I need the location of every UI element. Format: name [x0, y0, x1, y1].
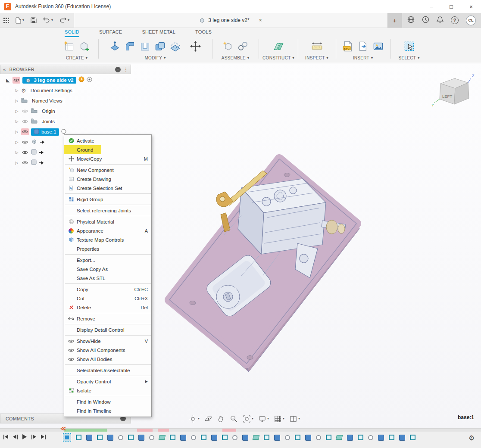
menu-item-activate[interactable]: Activate	[64, 136, 151, 145]
group-label-insert[interactable]: INSERT▾	[353, 56, 373, 62]
tab-close-icon[interactable]: ×	[259, 17, 262, 23]
timeline-feature-plane-icon[interactable]	[336, 435, 343, 440]
expand-arrow-icon[interactable]: ▷	[15, 140, 19, 144]
document-tab[interactable]: 3 leg one side v2* ×	[74, 13, 388, 28]
timeline-marker-icon[interactable]: ≪	[60, 425, 66, 432]
timeline-go-end-button[interactable]	[41, 435, 46, 439]
timeline-feature-sketch-icon[interactable]	[326, 435, 331, 440]
save-button[interactable]	[31, 17, 37, 23]
group-label-modify[interactable]: MODIFY▾	[144, 56, 166, 62]
expand-arrow-icon[interactable]: ▷	[15, 161, 19, 165]
grid-settings-button[interactable]: ▾	[274, 415, 284, 423]
menu-item-ground[interactable]: Ground	[64, 145, 151, 154]
construction-plane-icon[interactable]	[272, 40, 285, 53]
timeline-feature-extrude-icon[interactable]	[399, 435, 405, 441]
visibility-eye-icon[interactable]	[12, 77, 20, 84]
timeline-feature-extrude-icon[interactable]	[378, 435, 384, 441]
timeline-feature-extrude-icon[interactable]	[347, 435, 353, 441]
visibility-eye-icon[interactable]	[21, 159, 29, 166]
app-grid-icon[interactable]	[3, 18, 9, 23]
minimize-button[interactable]: –	[422, 0, 441, 13]
visibility-eye-icon[interactable]	[21, 118, 29, 125]
menu-item-find-in-window[interactable]: Find in Window	[64, 397, 151, 406]
group-label-select[interactable]: SELECT▾	[398, 56, 419, 62]
panel-minimize-icon[interactable]: −	[115, 67, 121, 72]
viewports-button[interactable]: ▾	[289, 415, 300, 423]
menu-item-export[interactable]: Export...	[64, 255, 151, 264]
timeline-feature-extrude-icon[interactable]	[242, 435, 248, 441]
browser-root-item[interactable]: ◣ 3 leg one side v2	[0, 75, 132, 85]
menu-item-physical-material[interactable]: Physical Material	[64, 217, 151, 226]
group-label-create[interactable]: CREATE▾	[66, 56, 87, 62]
new-component-icon[interactable]	[222, 40, 234, 53]
visibility-eye-icon[interactable]	[21, 149, 29, 156]
combine-icon[interactable]	[154, 40, 167, 53]
insert-derive-icon[interactable]	[356, 40, 369, 53]
expand-arrow-icon[interactable]: ▷	[15, 130, 19, 134]
browser-grip-icon[interactable]: ◣	[6, 78, 9, 83]
menu-item-display-detail-control[interactable]: Display Detail Control	[64, 325, 151, 334]
group-label-construct[interactable]: CONSTRUCT▾	[262, 56, 294, 62]
timeline-feature-sketch-icon[interactable]	[389, 435, 394, 440]
collapse-panel-icon[interactable]: «	[3, 67, 6, 72]
timeline-scroll-segment[interactable]	[222, 429, 236, 432]
browser-item-named-views[interactable]: ▷Named Views	[0, 96, 132, 106]
tab-solid[interactable]: SOLID	[65, 29, 79, 37]
tab-surface[interactable]: SURFACE	[99, 29, 122, 37]
timeline-scroll-segment[interactable]	[64, 429, 107, 432]
menu-item-remove[interactable]: Remove	[64, 314, 151, 323]
menu-item-new-component[interactable]: New Component	[64, 165, 151, 174]
menu-item-save-copy-as[interactable]: Save Copy As	[64, 264, 151, 274]
timeline-feature-extrude-icon[interactable]	[138, 435, 144, 441]
timeline-scroll-segment[interactable]	[158, 429, 169, 432]
timeline-go-start-button[interactable]	[3, 435, 8, 439]
look-at-button[interactable]	[204, 415, 212, 423]
timeline-step-back-button[interactable]	[13, 435, 18, 439]
timeline-feature-sketch-icon[interactable]	[222, 435, 228, 440]
create-sketch-icon[interactable]	[63, 40, 76, 53]
expand-arrow-icon[interactable]: ▷	[15, 119, 19, 124]
job-status-clock-icon[interactable]	[422, 16, 429, 25]
visibility-eye-icon[interactable]	[21, 108, 29, 115]
zoom-button[interactable]	[230, 415, 238, 423]
timeline-feature-circle-icon[interactable]	[232, 435, 237, 440]
menu-item-copy[interactable]: CopyCtrl+C	[64, 285, 151, 294]
timeline-feature-plane-icon[interactable]	[159, 435, 166, 440]
offset-face-icon[interactable]	[169, 40, 182, 53]
help-icon[interactable]: ?	[451, 16, 459, 24]
timeline-feature-extrude-icon[interactable]	[274, 435, 280, 441]
menu-item-texture-map-controls[interactable]: Texture Map Controls	[64, 235, 151, 244]
browser-item-selection[interactable]: base:1	[31, 128, 59, 136]
create-form-icon[interactable]	[78, 40, 91, 53]
menu-item-selectable-unselectable[interactable]: Selectable/Unselectable	[64, 366, 151, 375]
browser-item-joints[interactable]: ▷Joints	[0, 116, 132, 127]
timeline-feature-plane-icon[interactable]	[253, 435, 259, 440]
timeline-feature-extrude-icon[interactable]	[86, 435, 92, 441]
timeline-feature-circle-icon[interactable]	[149, 435, 154, 440]
user-avatar[interactable]: CL	[466, 16, 476, 25]
group-label-inspect[interactable]: INSPECT▾	[305, 56, 328, 62]
timeline-step-forward-button[interactable]	[31, 435, 36, 439]
timeline-feature-circle-icon[interactable]	[316, 435, 321, 440]
visibility-eye-icon[interactable]	[21, 139, 29, 146]
timeline-feature-sketch-icon[interactable]	[358, 435, 363, 440]
timeline-feature-circle-icon[interactable]	[368, 435, 373, 440]
redo-button[interactable]: ▾	[59, 17, 69, 23]
timeline-feature-sel-icon[interactable]	[63, 433, 71, 442]
insert-canvas-icon[interactable]	[372, 40, 384, 53]
timeline-feature-sketch-icon[interactable]	[410, 435, 415, 440]
timeline-feature-extrude-icon[interactable]	[180, 435, 186, 441]
timeline-feature-sketch-icon[interactable]	[128, 435, 134, 440]
timeline-feature-circle-icon[interactable]	[285, 435, 290, 440]
maximize-button[interactable]: □	[441, 0, 461, 13]
timeline-feature-sketch-icon[interactable]	[264, 435, 269, 440]
menu-item-opacity-control[interactable]: Opacity Control▶	[64, 377, 151, 386]
menu-item-show-all-bodies[interactable]: Show All Bodies	[64, 355, 151, 364]
close-button[interactable]: ×	[461, 0, 481, 13]
view-cube[interactable]: LEFT Y Z	[431, 72, 476, 111]
menu-item-delete[interactable]: DeleteDel	[64, 303, 151, 312]
expand-arrow-icon[interactable]: ▷	[15, 99, 19, 103]
measure-icon[interactable]	[310, 40, 323, 53]
joint-icon[interactable]	[237, 40, 250, 53]
timeline-settings-gear-icon[interactable]: ⚙	[469, 434, 475, 442]
